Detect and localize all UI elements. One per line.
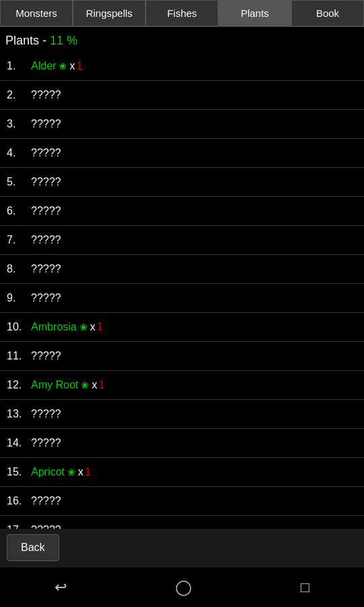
item-name: Apricot — [31, 466, 65, 478]
item-name: Alder — [31, 60, 56, 72]
tab-monsters[interactable]: Monsters — [0, 0, 73, 26]
item-unknown: ????? — [31, 437, 61, 449]
list-item[interactable]: 3.????? — [0, 110, 364, 139]
list-item[interactable]: 1.Alder❀ x 1 — [0, 52, 364, 81]
list-item[interactable]: 9.????? — [0, 284, 364, 313]
item-number: 12. — [7, 379, 28, 391]
android-home-icon[interactable]: ◯ — [175, 579, 192, 596]
item-number: 5. — [7, 176, 28, 188]
item-count: 1 — [97, 321, 103, 333]
item-count: 1 — [76, 60, 82, 72]
nav-tabs: Monsters Ringspells Fishes Plants Book — [0, 0, 364, 27]
item-number: 16. — [7, 495, 28, 507]
item-number: 15. — [7, 466, 28, 478]
item-number: 11. — [7, 350, 28, 362]
list-item[interactable]: 15.Apricot❀ x 1 — [0, 458, 364, 487]
plant-icon: ❀ — [81, 380, 89, 391]
item-x-label: x — [69, 60, 75, 72]
list-item[interactable]: 4.????? — [0, 139, 364, 168]
item-unknown: ????? — [31, 234, 61, 246]
item-unknown: ????? — [31, 205, 61, 217]
list-item[interactable]: 14.????? — [0, 429, 364, 458]
list-item[interactable]: 12.Amy Root❀ x 1 — [0, 371, 364, 400]
item-unknown: ????? — [31, 408, 61, 420]
page-title: Plants — [5, 34, 39, 47]
item-number: 14. — [7, 437, 28, 449]
item-unknown: ????? — [31, 495, 61, 507]
item-unknown: ????? — [31, 350, 61, 362]
item-number: 8. — [7, 263, 28, 275]
item-name: Amy Root — [31, 379, 78, 391]
item-number: 4. — [7, 147, 28, 159]
item-number: 7. — [7, 234, 28, 246]
item-number: 9. — [7, 292, 28, 304]
list-item[interactable]: 7.????? — [0, 226, 364, 255]
item-x-label: x — [90, 321, 96, 333]
plant-icon: ❀ — [59, 61, 67, 71]
item-number: 17. — [7, 524, 28, 529]
item-count: 1 — [85, 466, 91, 478]
item-unknown: ????? — [31, 118, 61, 130]
list-item[interactable]: 6.????? — [0, 197, 364, 226]
list-item[interactable]: 2.????? — [0, 81, 364, 110]
item-number: 13. — [7, 408, 28, 420]
item-unknown: ????? — [31, 176, 61, 188]
android-back-icon[interactable]: ↩ — [55, 579, 67, 596]
tab-book[interactable]: Book — [291, 0, 364, 26]
item-unknown: ????? — [31, 292, 61, 304]
item-unknown: ????? — [31, 89, 61, 101]
header-separator: - — [39, 34, 50, 47]
list-item[interactable]: 10.Ambrosia❀ x 1 — [0, 313, 364, 342]
item-number: 3. — [7, 118, 28, 130]
list-item[interactable]: 5.????? — [0, 168, 364, 197]
list-item[interactable]: 13.????? — [0, 400, 364, 429]
android-recents-icon[interactable]: □ — [301, 579, 309, 596]
plant-icon: ❀ — [67, 467, 75, 478]
item-x-label: x — [92, 379, 97, 391]
page-header: Plants - 11 % — [0, 27, 364, 52]
item-name: Ambrosia — [31, 321, 77, 333]
plant-list: 1.Alder❀ x 12.?????3.?????4.?????5.?????… — [0, 52, 364, 529]
item-unknown: ????? — [31, 147, 61, 159]
android-nav-bar: ↩ ◯ □ — [0, 567, 364, 607]
item-number: 6. — [7, 205, 28, 217]
tab-fishes[interactable]: Fishes — [146, 0, 218, 26]
item-unknown: ????? — [31, 263, 61, 275]
item-number: 10. — [7, 321, 28, 333]
plant-icon: ❀ — [80, 322, 88, 333]
item-count: 1 — [98, 379, 104, 391]
completion-percent: 11 — [50, 34, 63, 47]
list-item[interactable]: 8.????? — [0, 255, 364, 284]
item-number: 1. — [7, 60, 28, 72]
list-item[interactable]: 11.????? — [0, 342, 364, 371]
list-item[interactable]: 16.????? — [0, 487, 364, 516]
item-x-label: x — [78, 466, 84, 478]
back-button[interactable]: Back — [7, 534, 59, 561]
tab-ringspells[interactable]: Ringspells — [73, 0, 146, 26]
item-number: 2. — [7, 89, 28, 101]
list-item[interactable]: 17.????? — [0, 516, 364, 529]
bottom-bar: Back — [0, 529, 364, 567]
tab-plants[interactable]: Plants — [218, 0, 291, 26]
percent-symbol: % — [63, 34, 78, 47]
item-unknown: ????? — [31, 524, 61, 529]
